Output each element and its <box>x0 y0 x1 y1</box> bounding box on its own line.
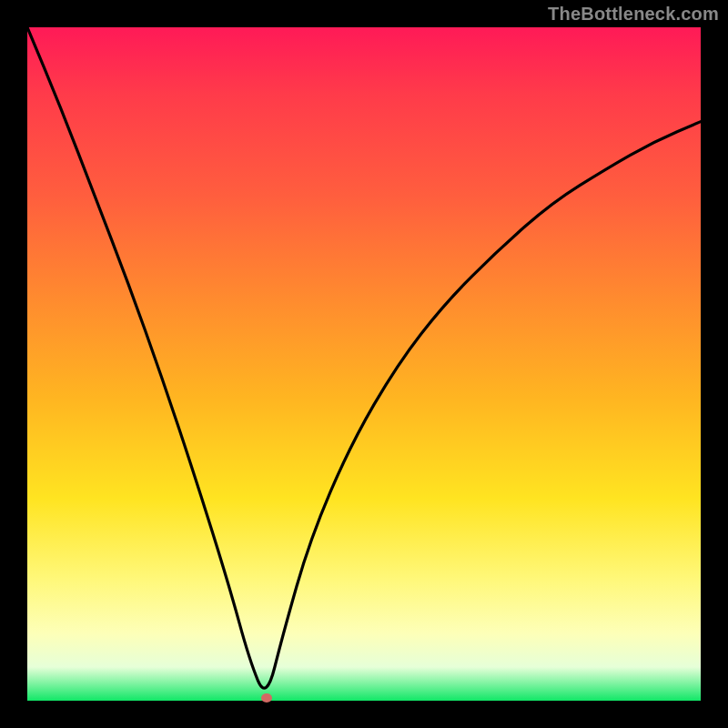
plot-area <box>27 27 701 701</box>
chart-frame: TheBottleneck.com <box>0 0 728 728</box>
watermark-text: TheBottleneck.com <box>548 4 719 25</box>
minimum-marker <box>261 693 272 703</box>
bottleneck-curve <box>27 27 701 701</box>
